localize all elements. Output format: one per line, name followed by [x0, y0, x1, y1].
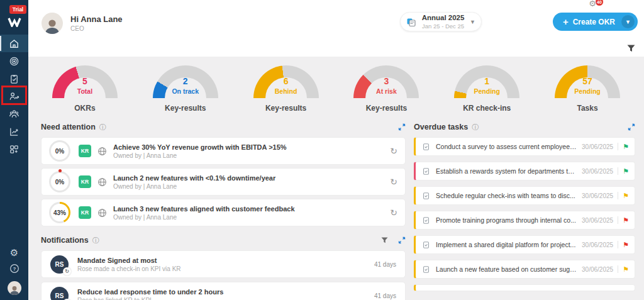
task-title: Schedule regular check-ins with teams to… [436, 192, 577, 199]
chevron-down-icon: ▼ [470, 19, 475, 25]
task-due-date: 30/06/2025 [582, 266, 613, 273]
user-avatar[interactable] [42, 13, 63, 34]
priority-flag-icon[interactable]: ⚑ [623, 192, 629, 199]
kr-owner: Owned by | Anna Lane [113, 183, 384, 190]
globe-icon [97, 177, 107, 187]
info-icon[interactable]: ⓘ [92, 237, 99, 244]
task-card[interactable]: Launch a new feature based on customer s… [414, 260, 635, 279]
clipboard-check-icon [9, 74, 19, 84]
period-selector[interactable]: Annual 2025 Jan 25 - Dec 25 ▼ [400, 12, 482, 31]
sidebar-item-people-progress[interactable] [0, 87, 28, 105]
gauge-kr-behind[interactable]: 6 Behind Key-results [236, 65, 336, 113]
expand-icon[interactable] [628, 123, 635, 131]
need-attention-item[interactable]: 43% KR Launch 3 new features aligned wit… [41, 199, 406, 226]
greeting-block: Hi Anna Lane CEO [42, 13, 123, 34]
target-icon [9, 56, 19, 67]
gauge-kr-ontrack[interactable]: 2 On track Key-results [135, 65, 236, 113]
notifications-filter-button[interactable] [381, 237, 388, 243]
progress-ring: 0% [49, 140, 70, 162]
notification-count-badge: 40 [595, 0, 604, 6]
settings-button[interactable]: ⚙ [10, 247, 18, 258]
priority-flag-icon[interactable]: ⚑ [623, 143, 629, 150]
task-card-partial[interactable] [414, 284, 635, 291]
task-card[interactable]: Establish a rewards system for departmen… [414, 162, 635, 181]
notifications-gear[interactable]: ⚙ 40 [589, 0, 604, 8]
notification-item[interactable]: RS ↻ Mandate Signed at most Rose made a … [41, 250, 406, 278]
sidebar-item-reports[interactable] [0, 123, 28, 140]
sidebar: Trial [0, 0, 28, 300]
create-okr-dropdown[interactable]: ▼ [621, 15, 635, 28]
summary-gauges: 5 Total OKRs 2 On track Key-results 6 Be… [28, 57, 644, 113]
dashboard-root: Trial [0, 0, 644, 300]
gauge-kr-checkins[interactable]: 1 Pending KR check-ins [436, 65, 537, 113]
sidebar-nav [0, 35, 28, 158]
sidebar-item-okrs[interactable] [0, 52, 28, 70]
progress-ring: 43% [49, 202, 70, 223]
need-attention-item[interactable]: 0% KR Launch 2 new features with <0.1% d… [41, 168, 406, 196]
kr-title: Launch 3 new features aligned with custo… [113, 205, 384, 213]
checkin-icon[interactable]: ↻ [390, 146, 397, 156]
gauge-status: Pending [454, 87, 519, 95]
dashboard-filter-button[interactable] [627, 43, 635, 55]
gauge-category: KR check-ins [463, 104, 511, 113]
task-title: Implement a shared digital platform for … [436, 241, 577, 248]
checkin-overlay-icon: ↻ [63, 267, 71, 275]
info-icon[interactable]: ⓘ [99, 124, 106, 131]
task-title: Conduct a survey to assess current emplo… [436, 143, 577, 150]
trial-badge: Trial [9, 5, 26, 14]
notification-avatar: RS ↻ [50, 287, 69, 300]
expand-icon[interactable] [398, 123, 406, 131]
gauge-kr-atrisk[interactable]: 3 At risk Key-results [336, 65, 436, 113]
sidebar-item-home[interactable] [0, 35, 28, 52]
filter-icon [627, 45, 635, 52]
topbar: Hi Anna Lane CEO Annual 2025 Jan 25 - De… [28, 0, 644, 57]
priority-flag-icon[interactable]: ⚑ [623, 168, 629, 175]
calendar-icon [406, 17, 416, 27]
person-trend-icon [9, 91, 19, 102]
task-card[interactable]: Schedule regular check-ins with teams to… [414, 186, 635, 205]
sidebar-item-tasks[interactable] [0, 70, 28, 87]
task-card[interactable]: Promote training programs through intern… [414, 211, 635, 230]
task-due-date: 30/06/2025 [582, 168, 613, 175]
task-card[interactable]: Implement a shared digital platform for … [414, 235, 635, 254]
info-icon[interactable]: ⓘ [472, 124, 479, 131]
notification-title: Reduce lead response time to under 2 hou… [77, 288, 368, 296]
priority-flag-icon[interactable]: ⚑ [623, 217, 629, 224]
priority-flag-icon[interactable]: ⚑ [623, 242, 629, 248]
grid-plus-icon [9, 144, 19, 155]
task-card[interactable]: Conduct a survey to assess current emplo… [414, 137, 635, 156]
weekdone-logo-icon[interactable] [8, 18, 21, 30]
kr-title: Achieve 30% YoY revenue growth with EBIT… [113, 143, 384, 151]
sidebar-item-apps[interactable] [0, 140, 28, 158]
gauge-status: On track [153, 87, 218, 95]
sidebar-item-team[interactable] [0, 105, 28, 123]
notifications-panel: Notifications ⓘ RS ↻ [41, 236, 406, 300]
kr-title: Launch 2 new features with <0.1% downtim… [113, 174, 384, 182]
create-okr-label: Create OKR [573, 18, 615, 26]
priority-flag-icon[interactable]: ⚑ [623, 266, 629, 273]
task-due-date: 30/06/2025 [582, 143, 613, 150]
period-text: Annual 2025 Jan 25 - Dec 25 [416, 14, 470, 30]
gauge-category: Key-results [265, 104, 306, 113]
home-icon [9, 38, 19, 49]
task-title: Promote training programs through intern… [436, 216, 577, 224]
overdue-tasks-panel: Overdue tasks ⓘ Conduct a survey to asse… [414, 123, 635, 300]
gauge-tasks[interactable]: 57 Pending Tasks [537, 65, 638, 113]
notification-item[interactable]: RS ↻ Reduce lead response time to under … [41, 282, 406, 300]
sidebar-avatar[interactable] [8, 281, 21, 295]
checkin-icon[interactable]: ↻ [390, 208, 397, 218]
task-due-date: 30/06/2025 [582, 217, 613, 224]
expand-icon[interactable] [398, 236, 406, 244]
avatar-silhouette-icon [9, 285, 20, 295]
help-button[interactable]: ? [9, 264, 19, 276]
gauge-value: 57 [555, 76, 620, 86]
gauge-status: Total [52, 87, 118, 95]
checkin-icon[interactable]: ↻ [390, 177, 397, 187]
gauge-okrs[interactable]: 5 Total OKRs [35, 65, 135, 113]
gear-icon: ⚙ [10, 247, 18, 258]
progress-ring: 0% [49, 171, 70, 192]
need-attention-item[interactable]: 0% KR Achieve 30% YoY revenue growth wit… [41, 137, 406, 165]
notification-avatar: RS ↻ [50, 255, 69, 274]
chevron-down-icon: ▼ [625, 19, 631, 25]
create-okr-button[interactable]: + Create OKR ▼ [553, 13, 638, 31]
